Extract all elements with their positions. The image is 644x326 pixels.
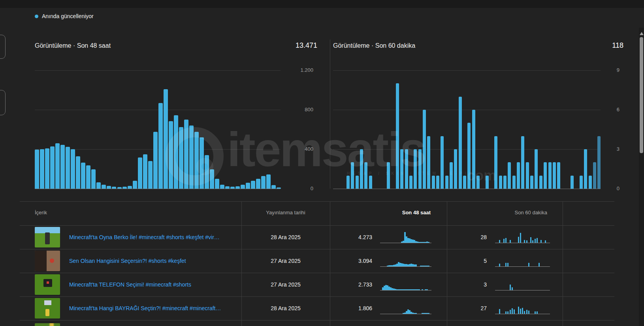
chart-bar (580, 176, 583, 189)
video-title-link[interactable]: Minecraft'ta Hangi BAYRAĞI Seçtin?! #min… (69, 296, 221, 320)
chart-bar (66, 147, 70, 189)
chart-bar (256, 179, 260, 189)
live-update-label: Anında güncelleniyor (42, 13, 94, 19)
video-thumbnail[interactable] (35, 274, 60, 295)
chart-bar (81, 163, 85, 189)
chart-bar (277, 187, 281, 189)
chart-bar (548, 162, 552, 189)
chart-bar (396, 83, 399, 189)
axis-baseline (35, 189, 281, 189)
chart-bar (205, 155, 209, 189)
chart-bar (200, 137, 204, 189)
sparkline-bar (418, 289, 420, 290)
sparkline-48h (380, 231, 431, 243)
chart-bar (459, 97, 462, 189)
chart-bar (467, 123, 471, 189)
scrollbar-thumb[interactable] (640, 37, 643, 153)
video-title-link[interactable]: Minecraft'ta TELEFON Seçimi! #minecraft … (69, 273, 191, 296)
live-update-indicator: Anında güncelleniyor (35, 13, 94, 19)
chart-48h-title: Görüntüleme · Son 48 saat (35, 42, 111, 49)
publish-date: 28 Ara 2025 (241, 225, 330, 249)
partial-row-thumbnail[interactable] (35, 323, 60, 326)
sparkline-bar (514, 309, 515, 314)
sparkline-bar (499, 240, 500, 243)
video-title-link[interactable]: Sen Olsan Hangisini Seçersin?! #shorts #… (69, 249, 186, 273)
chart-bar (45, 148, 49, 189)
chart-bar (486, 176, 489, 189)
chart-bar (597, 136, 601, 189)
chart-bar (526, 162, 529, 189)
video-thumbnail[interactable] (35, 298, 60, 319)
table-row: Sen Olsan Hangisini Seçersin?! #shorts #… (20, 249, 614, 273)
views-48h-value: 3.094 (340, 249, 372, 273)
sparkline-bar (537, 311, 538, 314)
chart-bar (360, 149, 363, 189)
chart-bar (450, 162, 453, 189)
chart-bar (107, 186, 111, 189)
chart-bar (35, 150, 39, 189)
chart-bar (400, 149, 403, 189)
ytick-label: 400 (290, 146, 313, 152)
sparkline-bar (505, 311, 507, 314)
chart-bar (128, 186, 132, 189)
top-strip (0, 0, 644, 8)
video-title-link[interactable]: Minecraft'ta Oyna Berko İle! #minecraft … (69, 225, 220, 249)
chart-bar (589, 176, 592, 189)
video-thumbnail[interactable] (35, 251, 60, 271)
chart-bar (117, 187, 122, 189)
chart-bar (351, 162, 354, 189)
chart-bar (409, 176, 412, 189)
table-top-border (20, 201, 614, 202)
chart-bar (179, 127, 183, 189)
publish-date: 27 Ara 2025 (241, 249, 330, 273)
edge-button-fragment-top[interactable] (0, 35, 6, 59)
sparkline-bar (505, 263, 507, 266)
chart-bar (414, 149, 417, 189)
chart-bar (122, 187, 127, 189)
table-row: Minecraft'ta TELEFON Seçimi! #minecraft … (20, 273, 614, 296)
sparkline-bar (512, 308, 513, 314)
scrollbar-up-arrow-icon[interactable] (640, 32, 644, 35)
views-60min-value: 3 (454, 273, 487, 296)
sparkline-bar (539, 263, 540, 266)
header-publish-date[interactable]: Yayınlanma tarihi (241, 210, 330, 215)
chart-bar (271, 185, 276, 189)
chart-bar (427, 136, 430, 189)
chart-bar (235, 186, 240, 189)
sparkline-bar (528, 311, 529, 314)
sparkline-bar (535, 239, 536, 243)
ytick-label: 0 (290, 185, 313, 191)
views-60min-value: 5 (454, 249, 487, 273)
sparkline-bar (503, 239, 505, 243)
sparkline-bar (518, 237, 519, 243)
sparkline-bar (526, 310, 527, 314)
chart-bar (593, 162, 596, 189)
chart-bar (189, 126, 194, 189)
chart-bar (215, 179, 219, 189)
chart-bar (164, 89, 168, 189)
edge-button-fragment-bottom[interactable] (0, 90, 6, 115)
sparkline-bar (510, 285, 511, 290)
sparkline-bar (505, 238, 507, 243)
chart-bar (169, 121, 173, 189)
chart-60m-total: 118 (544, 41, 623, 50)
sparkline-bar (422, 289, 423, 290)
chart-bar (86, 165, 90, 189)
sparkline-bar (512, 287, 513, 290)
chart-bar (158, 103, 163, 189)
chart-bar (266, 174, 271, 189)
header-last-48h[interactable]: Son 48 saat (352, 210, 431, 215)
chart-bar (148, 161, 153, 189)
header-last-60min[interactable]: Son 60 dakika (468, 210, 547, 215)
chart-bar (539, 176, 542, 189)
sparkline-60min (495, 302, 550, 314)
chart-bar (441, 136, 444, 189)
chart-bar (432, 176, 435, 189)
sparkline-bar (520, 309, 521, 314)
chart-bar (102, 185, 106, 189)
video-thumbnail[interactable] (35, 227, 60, 247)
chart-bar (499, 176, 502, 189)
sparkline-bar (545, 240, 546, 243)
table-row: Minecraft'ta Oyna Berko İle! #minecraft … (20, 225, 614, 249)
chart-bar (512, 176, 516, 189)
